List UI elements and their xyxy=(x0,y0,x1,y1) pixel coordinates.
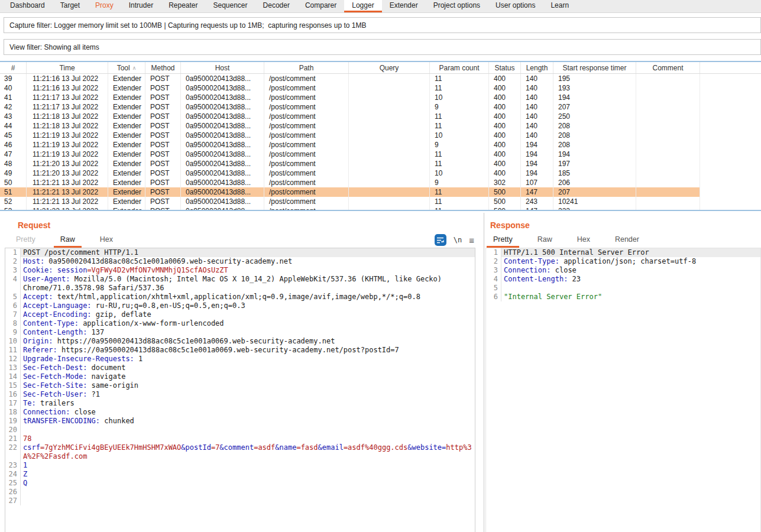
menu-tab-logger[interactable]: Logger xyxy=(344,0,381,12)
menu-tab-project-options[interactable]: Project options xyxy=(426,0,488,12)
column-header-time[interactable]: Time xyxy=(27,62,108,73)
column-header-param-count[interactable]: Param count xyxy=(430,62,489,73)
column-header-comment[interactable]: Comment xyxy=(636,62,700,73)
cell-query xyxy=(349,178,430,187)
view-filter-bar[interactable]: View filter: Showing all items xyxy=(4,39,761,55)
line-number: 1 xyxy=(486,248,501,257)
cell-start-response-timer: 195 xyxy=(553,74,636,83)
menu-tab-intruder[interactable]: Intruder xyxy=(121,0,161,12)
cell-method: POST xyxy=(145,112,181,121)
message-editor-split: Request PrettyRawHex \n ≡ 1POST /post/co… xyxy=(0,213,761,532)
response-tab-raw[interactable]: Raw xyxy=(531,232,559,248)
cell-comment xyxy=(636,206,700,211)
row-filler xyxy=(700,131,761,140)
menu-tab-user-options[interactable]: User options xyxy=(488,0,543,12)
table-row[interactable]: 5011:21:21 13 Jul 2022ExtenderPOST0a9500… xyxy=(0,178,761,187)
cell-status: 500 xyxy=(489,197,521,206)
table-row[interactable]: 5211:21:21 13 Jul 2022ExtenderPOST0a9500… xyxy=(0,197,761,206)
editor-line: 3Connection: close xyxy=(486,266,760,275)
cell-status: 400 xyxy=(489,140,521,150)
line-number: 24 xyxy=(5,470,21,479)
cell-host: 0a9500020413d88... xyxy=(181,131,264,140)
cell-start-response-timer: 194 xyxy=(553,150,636,159)
editor-line: 13Sec-Fetch-Dest: document xyxy=(5,364,475,372)
menu-tab-extender[interactable]: Extender xyxy=(382,0,426,12)
cell-param-count: 9 xyxy=(430,178,489,187)
editor-line: 1POST /post/comment HTTP/1.1 xyxy=(5,248,475,257)
editor-line: 3Cookie: session=VgFWy4D2vMfON7vMNMhjQ1S… xyxy=(5,266,475,275)
column-header-length[interactable]: Length xyxy=(521,62,553,73)
editor-line: 18Connection: close xyxy=(5,408,475,417)
line-number: 19 xyxy=(5,417,21,426)
cell-param-count: 11 xyxy=(430,112,489,121)
cell-status: 500 xyxy=(489,206,521,211)
cell-start-response-timer: 207 xyxy=(553,187,636,197)
menu-tab-target[interactable]: Target xyxy=(53,0,88,12)
table-row[interactable]: 5111:21:21 13 Jul 2022ExtenderPOST0a9500… xyxy=(0,187,761,197)
table-row[interactable]: 4911:21:20 13 Jul 2022ExtenderPOST0a9500… xyxy=(0,168,761,178)
cell-host: 0a9500020413d88... xyxy=(181,187,264,197)
cell-tool: Extender xyxy=(108,187,145,197)
line-number: 6 xyxy=(5,301,21,310)
column-header-start-response-timer[interactable]: Start response timer xyxy=(553,62,636,73)
table-row[interactable]: 4711:21:19 13 Jul 2022ExtenderPOST0a9500… xyxy=(0,150,761,159)
table-row[interactable]: 3911:21:16 13 Jul 2022ExtenderPOST0a9500… xyxy=(0,74,761,83)
cell-time: 11:21:18 13 Jul 2022 xyxy=(27,112,108,121)
column-header-status[interactable]: Status xyxy=(489,62,521,73)
table-row[interactable]: 4611:21:19 13 Jul 2022ExtenderPOST0a9500… xyxy=(0,140,761,150)
table-row[interactable]: 4811:21:20 13 Jul 2022ExtenderPOST0a9500… xyxy=(0,159,761,168)
newline-icon[interactable]: \n xyxy=(454,236,462,244)
response-editor[interactable]: 1HTTP/1.1 500 Internal Server Error2Cont… xyxy=(485,248,761,532)
cell-time: 11:21:16 13 Jul 2022 xyxy=(27,74,108,83)
menu-tab-sequencer[interactable]: Sequencer xyxy=(206,0,255,12)
cell-host: 0a9500020413d88... xyxy=(181,150,264,159)
table-row[interactable]: 4311:21:18 13 Jul 2022ExtenderPOST0a9500… xyxy=(0,112,761,121)
column-header-path[interactable]: Path xyxy=(264,62,349,73)
request-panel-title: Request xyxy=(0,213,484,232)
request-tab-hex[interactable]: Hex xyxy=(93,232,119,248)
cell-comment xyxy=(636,168,700,178)
row-filler xyxy=(700,140,761,150)
menu-tab-decoder[interactable]: Decoder xyxy=(255,0,297,12)
cell-query xyxy=(349,140,430,150)
cell-comment xyxy=(636,102,700,112)
response-tab-hex[interactable]: Hex xyxy=(571,232,597,248)
response-tab-pretty[interactable]: Pretty xyxy=(487,232,519,248)
table-row[interactable]: 4411:21:18 13 Jul 2022ExtenderPOST0a9500… xyxy=(0,121,761,131)
wrap-icon[interactable] xyxy=(435,234,446,246)
column-header-tool[interactable]: Tool∧ xyxy=(108,62,145,73)
request-tab-raw[interactable]: Raw xyxy=(54,232,82,248)
cell-tool: Extender xyxy=(108,178,145,187)
header-filler xyxy=(700,62,761,73)
cell-host: 0a9500020413d88... xyxy=(181,93,264,102)
cell-time: 11:21:21 13 Jul 2022 xyxy=(27,178,108,187)
table-row[interactable]: 5311:21:22 13 Jul 2022ExtenderPOST0a9500… xyxy=(0,206,761,211)
menu-tab-repeater[interactable]: Repeater xyxy=(161,0,205,12)
row-filler xyxy=(700,178,761,187)
cell-comment xyxy=(636,140,700,150)
cell-time: 11:21:20 13 Jul 2022 xyxy=(27,159,108,168)
table-row[interactable]: 4111:21:17 13 Jul 2022ExtenderPOST0a9500… xyxy=(0,93,761,102)
request-editor[interactable]: 1POST /post/comment HTTP/1.12Host: 0a950… xyxy=(5,248,475,532)
menu-tab-comparer[interactable]: Comparer xyxy=(297,0,344,12)
response-tab-render[interactable]: Render xyxy=(608,232,646,248)
cell-start-response-timer: 222 xyxy=(553,206,636,211)
cell-query xyxy=(349,150,430,159)
menu-tab-dashboard[interactable]: Dashboard xyxy=(2,0,53,12)
menu-tab-proxy[interactable]: Proxy xyxy=(88,0,121,12)
cell-start-response-timer: 250 xyxy=(553,112,636,121)
column-header-host[interactable]: Host xyxy=(181,62,264,73)
cell-blank: 50 xyxy=(0,178,27,187)
menu-icon[interactable]: ≡ xyxy=(469,236,474,245)
table-row[interactable]: 4211:21:17 13 Jul 2022ExtenderPOST0a9500… xyxy=(0,102,761,112)
table-row[interactable]: 4011:21:16 13 Jul 2022ExtenderPOST0a9500… xyxy=(0,83,761,93)
cell-param-count: 11 xyxy=(430,121,489,131)
request-tabs: PrettyRawHex \n ≡ xyxy=(0,232,484,248)
table-row[interactable]: 4511:21:19 13 Jul 2022ExtenderPOST0a9500… xyxy=(0,131,761,140)
menu-tab-learn[interactable]: Learn xyxy=(543,0,577,12)
column-header-blank[interactable]: # xyxy=(0,62,27,73)
column-header-method[interactable]: Method xyxy=(145,62,181,73)
capture-filter-bar[interactable]: Capture filter: Logger memory limit set … xyxy=(4,17,761,33)
cell-query xyxy=(349,159,430,168)
column-header-query[interactable]: Query xyxy=(349,62,430,73)
